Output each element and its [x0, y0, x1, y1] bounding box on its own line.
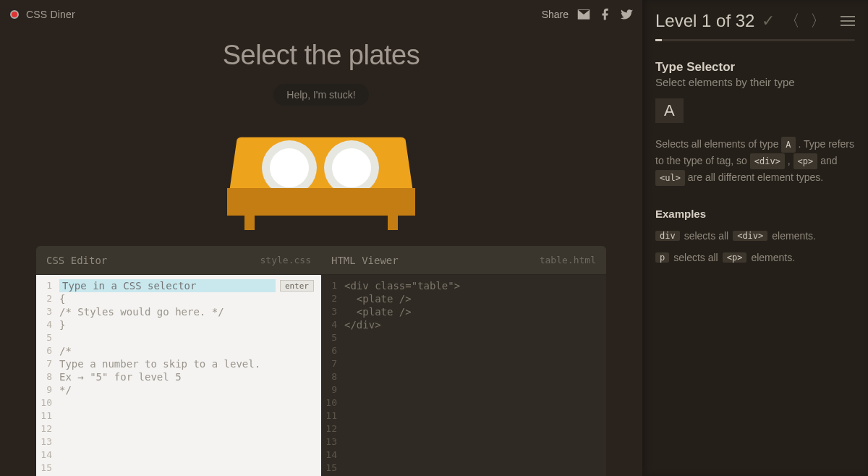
- css-editor-header: CSS Editor style.css: [36, 246, 321, 275]
- level-complete-check-icon: ✓: [762, 12, 775, 30]
- help-sidebar: Level 1 of 32 ✓ 〈 〉 Type Selector Select…: [642, 0, 868, 476]
- example-text: selects all: [684, 230, 728, 242]
- code-tag: <p>: [793, 153, 818, 169]
- css-code-area: { /* Styles would go here. */ } /* Type …: [56, 275, 321, 476]
- example-line: p selects all <p> elements.: [655, 252, 855, 263]
- css-input-row: enter: [59, 279, 314, 292]
- plate[interactable]: [324, 140, 379, 195]
- css-editor-filename: style.css: [260, 255, 311, 265]
- level-order-title: Select the plates: [223, 40, 420, 71]
- css-editor-body[interactable]: 1 2 3 4 5 6 7 8 9 10 11 12 13 14 15 { /*…: [36, 275, 321, 476]
- example-text: elements.: [751, 252, 795, 263]
- code-tag: <div>: [750, 153, 785, 169]
- code-tag: <p>: [723, 252, 747, 263]
- selector-subtitle: Select elements by their type: [655, 76, 855, 88]
- selector-syntax: A: [655, 98, 684, 123]
- html-code-area: <div class="table"> <plate /> <plate /> …: [341, 275, 606, 476]
- code-tag: <div>: [733, 231, 767, 241]
- html-viewer-header: HTML Viewer table.html: [321, 246, 606, 275]
- code-tag: A: [781, 137, 795, 153]
- selector-title: Type Selector: [655, 60, 855, 75]
- desc-text: Selects all elements of type: [655, 138, 781, 150]
- html-line-gutter: 1 2 3 4 5 6 7 8 9 10 11 12 13 14 15: [321, 275, 341, 476]
- table-edge: [227, 188, 415, 216]
- main-area: Select the plates Help, I'm stuck! CSS E…: [0, 0, 642, 476]
- prev-level-icon[interactable]: 〈: [784, 10, 800, 32]
- next-level-icon[interactable]: 〉: [810, 10, 826, 32]
- code-tag: p: [655, 252, 669, 263]
- enter-button[interactable]: enter: [280, 280, 314, 292]
- example-text: elements.: [772, 230, 816, 242]
- css-editor-title: CSS Editor: [46, 255, 107, 266]
- level-header: Level 1 of 32 ✓ 〈 〉: [655, 10, 855, 32]
- desc-text: ,: [788, 155, 793, 166]
- menu-icon[interactable]: [841, 16, 855, 26]
- html-viewer-filename: table.html: [540, 255, 596, 265]
- table-leg: [388, 213, 398, 230]
- level-indicator: Level 1 of 32: [655, 11, 754, 31]
- example-line: div selects all <div> elements.: [655, 230, 855, 242]
- desc-text: and: [820, 155, 837, 166]
- code-tag: div: [655, 231, 680, 241]
- css-editor-pane: CSS Editor style.css 1 2 3 4 5 6 7 8 9 1…: [36, 246, 321, 476]
- code-tag: <ul>: [655, 170, 685, 186]
- desc-text: are all different element types.: [688, 171, 823, 183]
- editors-container: CSS Editor style.css 1 2 3 4 5 6 7 8 9 1…: [36, 246, 606, 476]
- plate[interactable]: [262, 140, 317, 195]
- level-nav: 〈 〉: [784, 10, 855, 32]
- html-viewer-title: HTML Viewer: [331, 255, 399, 266]
- html-viewer-pane: HTML Viewer table.html 1 2 3 4 5 6 7 8 9…: [321, 246, 606, 476]
- level-progress-bar: [655, 39, 855, 41]
- selector-description: Selects all elements of type A . Type re…: [655, 136, 855, 186]
- example-text: selects all: [673, 252, 718, 263]
- help-button[interactable]: Help, I'm stuck!: [273, 84, 368, 106]
- css-selector-input[interactable]: [59, 279, 276, 292]
- css-line-gutter: 1 2 3 4 5 6 7 8 9 10 11 12 13 14 15: [36, 275, 56, 476]
- table-leg: [244, 213, 255, 230]
- examples-heading: Examples: [655, 208, 855, 220]
- game-table: [227, 122, 415, 237]
- level-progress-fill: [655, 39, 662, 41]
- html-viewer-body: 1 2 3 4 5 6 7 8 9 10 11 12 13 14 15 <div…: [321, 275, 606, 476]
